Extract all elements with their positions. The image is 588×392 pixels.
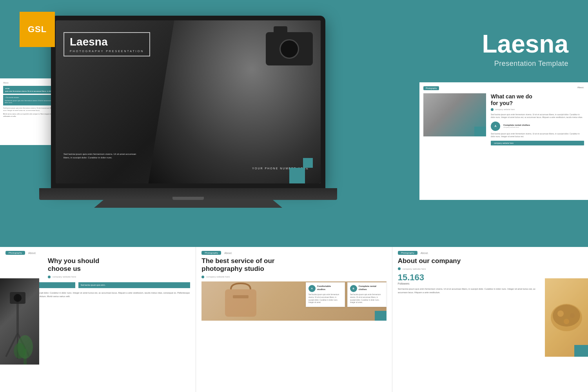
panel2-nav-about: About. [224, 252, 232, 254]
panel2-card-b-circle: B [350, 285, 357, 292]
preview-right-content: What can we dofor you? company website h… [423, 93, 584, 145]
panel2-card-a-body: Sed lacinia ipsum quis enim fermentum vi… [309, 294, 342, 304]
extra-nav-about: About. [3, 82, 9, 84]
panel1-content: Why you shouldchoose us company website … [0, 257, 196, 298]
panel1-nav-tag: Photography [5, 251, 25, 255]
panel1-website-label: company website here [53, 276, 76, 278]
gsl-logo: GSL [20, 12, 55, 47]
panel3-body: Sed lacinia ipsum quis enim fermentum vi… [398, 287, 539, 294]
panel3-website: company website here [398, 267, 539, 270]
slide-title: Laesna [70, 36, 144, 48]
plant-icon [14, 333, 37, 365]
svg-rect-10 [233, 295, 249, 298]
panel2-card-b-body: Sed lacinia ipsum quis enim fermentum vi… [350, 294, 384, 304]
slide-title-box: Laesna PHOTOGRAPHY PRESEENTATION [64, 32, 150, 56]
panel2-card-b-label: B [352, 287, 354, 290]
panel2-website-label: company website here [206, 276, 230, 278]
panel3-image [545, 278, 588, 357]
panel3-number: 15.163 [398, 273, 539, 282]
preview-right-circle-area: A Complete rental clothes company websit… [491, 122, 584, 131]
laptop-screen-outer: Laesna PHOTOGRAPHY PRESEENTATION Sed lac… [51, 16, 325, 188]
slide-subtitle: PHOTOGRAPHY PRESEENTATION [70, 50, 144, 53]
preview-circle-text: Complete rental clothes company website … [503, 124, 530, 128]
panel3-stat-label: Followers [398, 282, 539, 285]
panel2-nav-tag: Photography [201, 251, 221, 255]
slide-person-body [149, 20, 321, 183]
preview-right-nav: Photography About. [423, 86, 584, 90]
panel3-stat: 15.163 Followers [398, 273, 539, 285]
panel2-card-a-label: A [311, 287, 312, 290]
panel2-nav-tag-label: Photography [205, 252, 218, 254]
slide-teal-accent-2 [303, 158, 313, 168]
panel1-teal-dot [48, 276, 51, 278]
panel1-heading: Why you shouldchoose us [48, 257, 190, 273]
food-image-icon [545, 278, 588, 357]
product-image-icon [201, 281, 280, 321]
brand-info: Laesna Presentation Template [482, 31, 568, 68]
laptop-mockup: Laesna PHOTOGRAPHY PRESEENTATION Sed lac… [39, 16, 337, 220]
panel3-teal-dot [398, 267, 401, 270]
svg-rect-9 [225, 289, 256, 317]
top-section: GSL About. vision quis enim fermentum vi… [0, 0, 588, 243]
preview-right-image [423, 93, 486, 136]
svg-point-5 [14, 294, 22, 302]
svg-point-16 [564, 319, 569, 324]
panel2-teal-dot [201, 276, 204, 278]
preview-right-nav-about: About. [577, 86, 584, 90]
panel-why-choose: Photography About. [0, 247, 196, 392]
slide-person-area [149, 20, 321, 183]
panel2-card-a-circle: A [309, 285, 316, 292]
right-preview-slide: Photography About. What can we dofor you… [419, 82, 588, 200]
preview-right-website: company website here [491, 108, 584, 111]
panel2-card-b-title: Complete rentalclothes [359, 285, 376, 292]
bottom-section: Photography About. [0, 247, 588, 392]
panel2-card-b-header: B Complete rentalclothes [350, 285, 384, 292]
panel2-card-a-title: Comfortablestudios [317, 285, 331, 292]
preview-teal-button-label: company website here [494, 142, 514, 144]
laptop-screen-inner: Laesna PHOTOGRAPHY PRESEENTATION Sed lac… [56, 20, 321, 183]
preview-right-body1: Sed lacinia ipsum quis enim fermentum vi… [491, 113, 584, 119]
main-slide-bg: Laesna PHOTOGRAPHY PRESEENTATION Sed lac… [56, 20, 321, 183]
panel1-text-area: Why you shouldchoose us company website … [48, 257, 190, 278]
panel2-heading: The best service of ourphotography studi… [201, 257, 386, 273]
panel1-bullet2: Sed lacinia ipsum quis enim. [78, 282, 191, 288]
panel3-website-label: company website here [403, 268, 426, 270]
panel2-website: company website here [201, 276, 386, 278]
panel2-nav: Photography About. [196, 247, 392, 257]
gsl-logo-text: GSL [28, 24, 47, 34]
preview-teal-button[interactable]: company website here [491, 141, 584, 145]
panel1-website: company website here [48, 276, 190, 278]
preview-right-body2: Sed lacinia ipsum quis enim fermentum vi… [491, 132, 584, 138]
preview-right-nav-tag: Photography [423, 86, 439, 90]
svg-point-15 [570, 313, 575, 318]
laptop-stand [94, 200, 282, 208]
camera-shape [266, 32, 313, 65]
panel3-nav: Photography About. [392, 247, 588, 257]
preview-circle-label: A [494, 125, 496, 127]
panel3-nav-tag-label: Photography [401, 252, 414, 254]
panel1-image-overlay [0, 278, 39, 365]
panel1-nav-about: About. [28, 252, 36, 254]
panel2-card-a-header: A Comfortablestudios [309, 285, 342, 292]
svg-point-14 [557, 310, 564, 317]
preview-right-text: What can we dofor you? company website h… [491, 93, 584, 145]
panel3-nav-about: About. [421, 252, 428, 254]
panel2-card-a: A Comfortablestudios Sed lacinia ipsum q… [306, 282, 345, 307]
panel-about-company: Photography About. About our company com… [392, 247, 588, 392]
svg-point-8 [14, 343, 25, 359]
panel3-nav-tag: Photography [398, 251, 417, 255]
laptop-base [39, 188, 337, 200]
brand-tagline: Presentation Template [482, 60, 568, 68]
slide-teal-accent-1 [289, 168, 305, 183]
panel1-nav-tag-label: Photography [9, 252, 22, 254]
panel3-heading: About our company [398, 257, 539, 265]
camera-lens [279, 39, 299, 59]
preview-circle-subtitle: company website here [503, 126, 530, 128]
preview-right-heading: What can we dofor you? [491, 93, 584, 107]
teal-dot-icon [491, 108, 494, 111]
preview-circle: A [491, 122, 500, 131]
brand-name: Laesna [482, 31, 568, 56]
panel1-nav: Photography About. [0, 247, 196, 257]
panel2-cards: A Comfortablestudios Sed lacinia ipsum q… [306, 282, 387, 307]
preview-right-website-label: company website here [495, 108, 515, 111]
